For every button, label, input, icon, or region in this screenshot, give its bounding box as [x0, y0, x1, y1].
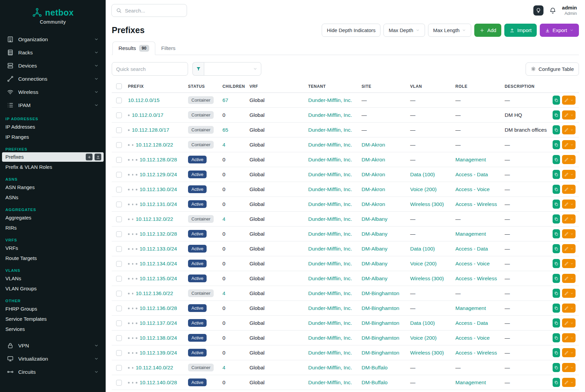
copy-button[interactable] [553, 214, 560, 224]
site-link[interactable]: DM-Buffalo [362, 365, 388, 370]
vlan-link[interactable]: Voice (200) [410, 186, 436, 192]
tenant-link[interactable]: Dunder-Mifflin, Inc. [308, 172, 352, 177]
tab-results[interactable]: Results 90 [112, 42, 155, 55]
tenant-link[interactable]: Dunder-Mifflin, Inc. [308, 231, 352, 237]
copy-button[interactable] [553, 274, 560, 283]
role-link[interactable]: Management [455, 380, 486, 385]
site-link[interactable]: DM-Albany [362, 216, 388, 222]
edit-dropdown-button[interactable] [562, 170, 576, 179]
row-checkbox[interactable] [116, 127, 122, 133]
configure-table-button[interactable]: Configure Table [526, 62, 579, 76]
edit-dropdown-button[interactable] [562, 363, 576, 372]
edit-dropdown-button[interactable] [562, 110, 576, 120]
prefix-link[interactable]: 10.112.136.0/28 [140, 305, 177, 311]
tenant-link[interactable]: Dunder-Mifflin, Inc. [308, 97, 352, 103]
copy-button[interactable] [553, 140, 560, 149]
sidebar-item-prefixes[interactable]: Prefixes [2, 152, 104, 162]
role-link[interactable]: Management [455, 231, 486, 237]
row-checkbox[interactable] [116, 365, 122, 371]
row-checkbox[interactable] [116, 350, 122, 356]
copy-button[interactable] [553, 110, 560, 120]
tab-filters[interactable]: Filters [155, 42, 182, 55]
row-checkbox[interactable] [116, 380, 122, 386]
copy-button[interactable] [553, 185, 560, 194]
role-link[interactable]: Management [455, 157, 486, 162]
sidebar-item-asn-ranges[interactable]: ASN Ranges [0, 182, 106, 192]
row-checkbox[interactable] [116, 231, 122, 237]
sidebar-item-vrfs[interactable]: VRFs [0, 243, 106, 253]
site-link[interactable]: DM-Albany [362, 246, 388, 252]
row-checkbox[interactable] [116, 157, 122, 163]
edit-dropdown-button[interactable] [562, 125, 576, 134]
tenant-link[interactable]: Dunder-Mifflin, Inc. [308, 216, 352, 222]
tenant-link[interactable]: Dunder-Mifflin, Inc. [308, 157, 352, 162]
copy-button[interactable] [553, 244, 560, 253]
tenant-link[interactable]: Dunder-Mifflin, Inc. [308, 276, 352, 281]
site-link[interactable]: DM-Binghamton [362, 350, 399, 356]
prefix-link[interactable]: 10.112.132.0/28 [140, 231, 177, 237]
prefix-link[interactable]: 10.112.134.0/24 [140, 261, 177, 266]
tenant-link[interactable]: Dunder-Mifflin, Inc. [308, 201, 352, 207]
sidebar-item-fhrp-groups[interactable]: FHRP Groups [0, 304, 106, 314]
sidebar-item-vlans[interactable]: VLANs [0, 273, 106, 284]
copy-button[interactable] [553, 200, 560, 209]
tenant-link[interactable]: Dunder-Mifflin, Inc. [308, 365, 352, 370]
column-header-site[interactable]: Site [358, 80, 407, 93]
row-checkbox[interactable] [116, 187, 122, 192]
sidebar-item-racks[interactable]: Racks [0, 46, 106, 59]
children-link[interactable]: 4 [222, 365, 225, 370]
site-link[interactable]: DM-Albany [362, 231, 388, 237]
sidebar-item-circuits[interactable]: Circuits [0, 365, 106, 378]
column-header-role[interactable]: Role [452, 80, 501, 93]
vlan-link[interactable]: Data (100) [410, 172, 435, 177]
copy-button[interactable] [553, 318, 560, 328]
bell-icon[interactable] [549, 7, 557, 15]
edit-dropdown-button[interactable] [562, 244, 576, 253]
row-checkbox[interactable] [116, 246, 122, 252]
edit-dropdown-button[interactable] [562, 185, 576, 194]
prefix-link[interactable]: 10.112.137.0/24 [140, 320, 177, 326]
edit-dropdown-button[interactable] [562, 304, 576, 313]
copy-button[interactable] [553, 125, 560, 134]
site-link[interactable]: DM-Binghamton [362, 290, 399, 296]
tenant-link[interactable]: Dunder-Mifflin, Inc. [308, 112, 352, 118]
site-link[interactable]: DM-Akron [362, 157, 385, 162]
row-checkbox[interactable] [116, 112, 122, 118]
edit-dropdown-button[interactable] [562, 200, 576, 209]
sidebar-item-connections[interactable]: Connections [0, 72, 106, 85]
children-link[interactable]: 4 [222, 142, 225, 148]
vlan-link[interactable]: Wireless (300) [410, 350, 444, 356]
tenant-link[interactable]: Dunder-Mifflin, Inc. [308, 127, 352, 133]
tenant-link[interactable]: Dunder-Mifflin, Inc. [308, 261, 352, 266]
sidebar-item-aggregates[interactable]: Aggregates [0, 213, 106, 223]
edit-dropdown-button[interactable] [562, 348, 576, 357]
prefix-link[interactable]: 10.112.131.0/24 [140, 201, 177, 207]
copy-button[interactable] [553, 363, 560, 372]
vlan-link[interactable]: Wireless (300) [410, 276, 444, 281]
row-checkbox[interactable] [116, 335, 122, 341]
prefix-link[interactable]: 10.112.128.0/28 [140, 157, 177, 162]
row-checkbox[interactable] [116, 172, 122, 178]
column-header-status[interactable]: Status [185, 80, 219, 93]
sidebar-item-route-targets[interactable]: Route Targets [0, 253, 106, 263]
edit-dropdown-button[interactable] [562, 274, 576, 283]
row-checkbox[interactable] [116, 306, 122, 311]
role-link[interactable]: Access - Data [455, 246, 488, 252]
site-link[interactable]: DM-Binghamton [362, 305, 399, 311]
tenant-link[interactable]: Dunder-Mifflin, Inc. [308, 335, 352, 341]
children-link[interactable]: 67 [222, 97, 228, 103]
copy-button[interactable] [553, 304, 560, 313]
copy-button[interactable] [553, 96, 560, 105]
sidebar-item-devices[interactable]: Devices [0, 59, 106, 72]
prefix-link[interactable]: 10.112.140.0/22 [136, 365, 173, 370]
add-button[interactable]: Add [474, 24, 501, 37]
site-link[interactable]: DM-Albany [362, 276, 388, 281]
max-length-dropdown[interactable]: Max Length [428, 24, 471, 37]
edit-dropdown-button[interactable] [562, 214, 576, 224]
column-header-children[interactable]: Children [219, 80, 246, 93]
edit-dropdown-button[interactable] [562, 140, 576, 149]
tenant-link[interactable]: Dunder-Mifflin, Inc. [308, 305, 352, 311]
saved-filter-select[interactable] [204, 62, 261, 76]
edit-dropdown-button[interactable] [562, 318, 576, 328]
role-link[interactable]: Access - Data [455, 320, 488, 326]
